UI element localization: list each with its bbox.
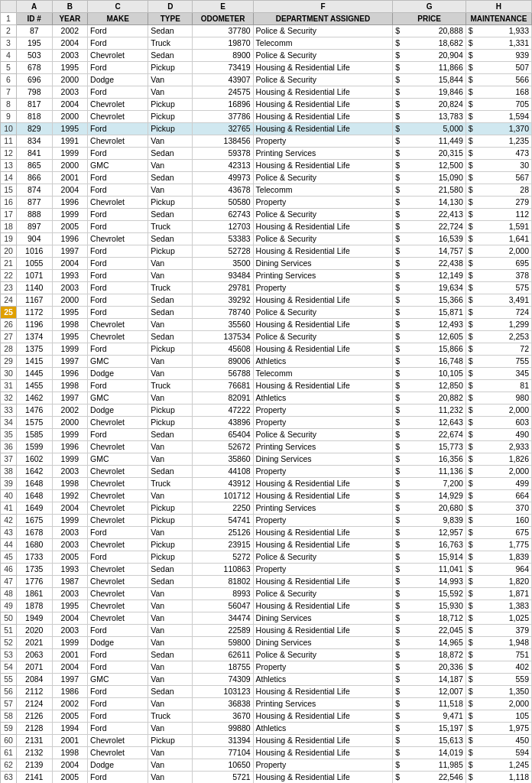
row-number[interactable]: 24 <box>1 294 17 307</box>
col-label-h[interactable]: H <box>466 1 531 13</box>
row-number[interactable]: 17 <box>1 209 17 221</box>
cell-maintenance: $1,118 <box>466 772 531 784</box>
cell-odometer: 62743 <box>193 209 253 221</box>
cell-id: 2139 <box>16 759 52 772</box>
col-label-e[interactable]: E <box>193 1 253 13</box>
cell-make: Chevrolet <box>88 111 148 123</box>
row-number[interactable]: 61 <box>1 747 17 759</box>
row-number[interactable]: 27 <box>1 331 17 343</box>
cell-price: $12,500 <box>393 160 466 172</box>
row-number[interactable]: 49 <box>1 600 17 612</box>
row-number[interactable]: 39 <box>1 478 17 490</box>
cell-make: GMC <box>88 674 148 686</box>
row-number[interactable]: 31 <box>1 380 17 392</box>
row-number[interactable]: 45 <box>1 551 17 564</box>
cell-make: Ford <box>88 698 148 710</box>
table-row: 2110552004FordVan3500Dining Services$22,… <box>1 258 532 270</box>
cell-maintenance: $1,641 <box>466 233 531 245</box>
col-label-d[interactable]: D <box>148 1 193 13</box>
row-number[interactable]: 63 <box>1 772 17 784</box>
cell-make: Ford <box>88 649 148 661</box>
row-number[interactable]: 16 <box>1 197 17 209</box>
row-number[interactable]: 7 <box>1 86 17 99</box>
row-number[interactable]: 15 <box>1 184 17 197</box>
row-number[interactable]: 52 <box>1 637 17 649</box>
row-number[interactable]: 25 <box>1 307 17 319</box>
row-number[interactable]: 38 <box>1 466 17 478</box>
row-number[interactable]: 18 <box>1 221 17 233</box>
cell-odometer: 81802 <box>193 576 253 588</box>
row-number[interactable]: 19 <box>1 233 17 245</box>
row-number[interactable]: 58 <box>1 710 17 723</box>
row-number[interactable]: 9 <box>1 111 17 123</box>
row-number[interactable]: 26 <box>1 319 17 331</box>
row-number[interactable]: 50 <box>1 612 17 625</box>
row-number[interactable]: 46 <box>1 564 17 576</box>
table-row: 56781995FordPickup73419Housing & Residen… <box>1 62 532 74</box>
row-number[interactable]: 12 <box>1 148 17 160</box>
row-number[interactable]: 59 <box>1 723 17 735</box>
row-number[interactable]: 56 <box>1 686 17 698</box>
cell-type: Pickup <box>148 417 193 429</box>
col-label-a[interactable]: A <box>16 1 52 13</box>
row-number[interactable]: 41 <box>1 502 17 515</box>
cell-maintenance: $724 <box>466 307 531 319</box>
cell-year: 2005 <box>52 221 88 233</box>
row-number[interactable]: 32 <box>1 392 17 404</box>
cell-id: 888 <box>16 209 52 221</box>
row-number[interactable]: 42 <box>1 515 17 527</box>
table-row: 138652000GMCVan42313Housing & Residentia… <box>1 160 532 172</box>
cell-id: 874 <box>16 184 52 197</box>
row-number[interactable]: 10 <box>1 123 17 135</box>
row-number[interactable]: 55 <box>1 674 17 686</box>
row-number[interactable]: 8 <box>1 99 17 111</box>
col-label-f[interactable]: F <box>253 1 393 13</box>
row-number[interactable]: 44 <box>1 539 17 551</box>
row-number[interactable]: 3 <box>1 37 17 50</box>
cell-year: 2003 <box>52 86 88 99</box>
row-number[interactable]: 37 <box>1 453 17 466</box>
cell-department: Housing & Residential Life <box>253 600 393 612</box>
row-number[interactable]: 4 <box>1 50 17 62</box>
row-number[interactable]: 54 <box>1 661 17 674</box>
cell-maintenance: $2,000 <box>466 404 531 417</box>
row-number[interactable]: 47 <box>1 576 17 588</box>
row-number[interactable]: 34 <box>1 417 17 429</box>
row-number[interactable]: 36 <box>1 441 17 453</box>
cell-year: 1995 <box>52 307 88 319</box>
cell-maintenance: $2,000 <box>466 245 531 258</box>
row-number[interactable]: 51 <box>1 625 17 637</box>
row-number[interactable]: 53 <box>1 649 17 661</box>
row-number[interactable]: 11 <box>1 135 17 148</box>
row-number[interactable]: 48 <box>1 588 17 600</box>
row-number[interactable]: 60 <box>1 735 17 747</box>
row-number[interactable]: 5 <box>1 62 17 74</box>
row-number[interactable]: 21 <box>1 258 17 270</box>
row-number[interactable]: 43 <box>1 527 17 539</box>
col-label-c[interactable]: C <box>88 1 148 13</box>
row-number[interactable]: 2 <box>1 25 17 37</box>
cell-year: 1998 <box>52 380 88 392</box>
row-number[interactable]: 62 <box>1 759 17 772</box>
row-number[interactable]: 35 <box>1 429 17 441</box>
row-number[interactable]: 40 <box>1 490 17 502</box>
row-number[interactable]: 20 <box>1 245 17 258</box>
row-number[interactable]: 22 <box>1 270 17 282</box>
col-label-b[interactable]: B <box>52 1 88 13</box>
row-number[interactable]: 28 <box>1 343 17 356</box>
cell-make: Chevrolet <box>88 417 148 429</box>
col-label-g[interactable]: G <box>393 1 466 13</box>
header-cell-7: PRICE <box>393 13 466 25</box>
row-number[interactable]: 57 <box>1 698 17 710</box>
row-number[interactable]: 13 <box>1 160 17 172</box>
row-number[interactable]: 30 <box>1 368 17 380</box>
row-number[interactable]: 29 <box>1 356 17 368</box>
row-number[interactable]: 6 <box>1 74 17 86</box>
row-number[interactable]: 14 <box>1 172 17 184</box>
row-number[interactable]: 33 <box>1 404 17 417</box>
cell-type: Sedan <box>148 564 193 576</box>
row-number[interactable]: 1 <box>1 13 17 25</box>
row-number[interactable]: 23 <box>1 282 17 294</box>
cell-department: Property <box>253 466 393 478</box>
cell-id: 1055 <box>16 258 52 270</box>
